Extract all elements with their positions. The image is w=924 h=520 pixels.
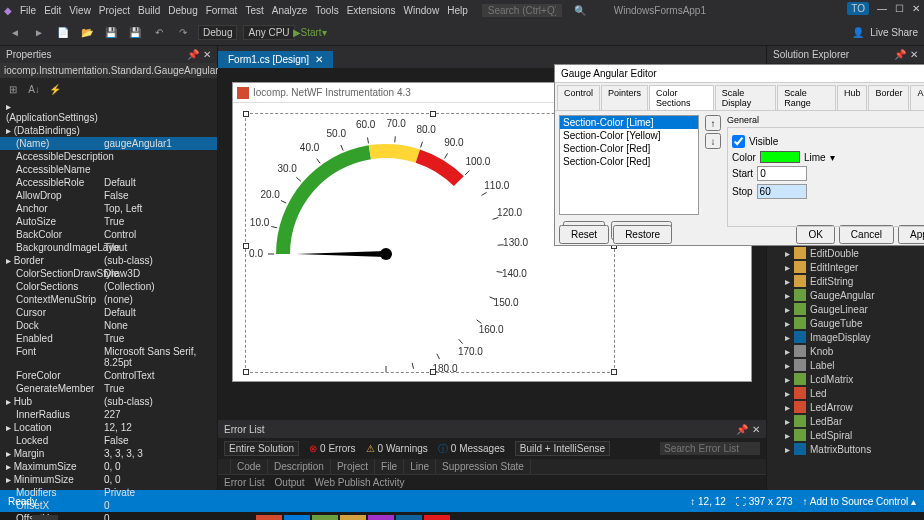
tree-item[interactable]: ▸ EditString: [769, 274, 922, 288]
menu-tools[interactable]: Tools: [315, 5, 338, 16]
events-icon[interactable]: ⚡: [46, 80, 64, 98]
menu-help[interactable]: Help: [447, 5, 468, 16]
menu-analyze[interactable]: Analyze: [272, 5, 308, 16]
property-row[interactable]: BackgroundImageLayoutTile: [0, 241, 217, 254]
tree-item[interactable]: ▸ LedArrow: [769, 400, 922, 414]
start-menu-icon[interactable]: ⊞: [4, 515, 30, 520]
tree-item[interactable]: ▸ EditInteger: [769, 260, 922, 274]
property-row[interactable]: ▸ (DataBindings): [0, 124, 217, 137]
list-item[interactable]: Section-Color [Lime]: [560, 116, 698, 129]
menu-project[interactable]: Project: [99, 5, 130, 16]
warnings-chip[interactable]: ⚠0 Warnings: [366, 443, 428, 454]
color-dropdown-icon[interactable]: ▾: [830, 152, 835, 163]
ok-button[interactable]: OK: [796, 225, 834, 244]
property-row[interactable]: ▸ MaximumSize0, 0: [0, 460, 217, 473]
alpha-icon[interactable]: A↓: [25, 80, 43, 98]
save-icon[interactable]: 💾: [102, 24, 120, 42]
property-row[interactable]: ▸ Hub(sub-class): [0, 395, 217, 408]
bottom-tab-output[interactable]: Output: [275, 477, 305, 488]
property-row[interactable]: CursorDefault: [0, 306, 217, 319]
property-row[interactable]: LockedFalse: [0, 434, 217, 447]
list-item[interactable]: Section-Color [Red]: [560, 155, 698, 168]
add-source-control-link[interactable]: ↑ Add to Source Control ▴: [803, 496, 916, 507]
tree-item[interactable]: ▸ Label: [769, 358, 922, 372]
property-row[interactable]: ▸ MinimumSize0, 0: [0, 473, 217, 486]
dialog-tab[interactable]: Control: [557, 85, 600, 110]
task-app6-icon[interactable]: [396, 515, 422, 520]
task-mail-icon[interactable]: ✉: [172, 515, 198, 520]
messages-chip[interactable]: ⓘ0 Messages: [438, 442, 505, 456]
task-explorer-icon[interactable]: 📁: [88, 515, 114, 520]
tree-item[interactable]: ▸ LedSpiral: [769, 428, 922, 442]
error-scope-dropdown[interactable]: Entire Solution: [224, 441, 299, 456]
errors-chip[interactable]: ⊗0 Errors: [309, 443, 356, 454]
start-input[interactable]: [757, 166, 807, 181]
property-row[interactable]: ▸ Margin3, 3, 3, 3: [0, 447, 217, 460]
undo-icon[interactable]: ↶: [150, 24, 168, 42]
task-app2-icon[interactable]: [284, 515, 310, 520]
menu-test[interactable]: Test: [245, 5, 263, 16]
maximize-icon[interactable]: ☐: [895, 3, 904, 14]
task-app4-icon[interactable]: [340, 515, 366, 520]
visible-checkbox[interactable]: [732, 135, 745, 148]
liveshare-label[interactable]: Live Share: [870, 27, 918, 38]
tree-item[interactable]: ▸ GaugeTube: [769, 316, 922, 330]
property-row[interactable]: ▸ Border(sub-class): [0, 254, 217, 267]
back-icon[interactable]: ◄: [6, 24, 24, 42]
close-icon[interactable]: ✕: [912, 3, 920, 14]
pin-icon[interactable]: 📌: [894, 49, 906, 60]
color-swatch[interactable]: [760, 151, 800, 163]
restore-button[interactable]: Restore: [613, 225, 672, 244]
forward-icon[interactable]: ►: [30, 24, 48, 42]
menu-view[interactable]: View: [69, 5, 91, 16]
panel-close-icon[interactable]: ✕: [752, 424, 760, 435]
start-button[interactable]: ▶ Start ▾: [301, 24, 319, 42]
menu-extensions[interactable]: Extensions: [347, 5, 396, 16]
property-row[interactable]: BackColorControl: [0, 228, 217, 241]
panel-close-icon[interactable]: ✕: [910, 49, 918, 60]
task-app3-icon[interactable]: [312, 515, 338, 520]
dialog-tab[interactable]: Pointers: [601, 85, 648, 110]
menu-format[interactable]: Format: [206, 5, 238, 16]
property-row[interactable]: (Name)gaugeAngular1: [0, 137, 217, 150]
dialog-tab[interactable]: Hub: [837, 85, 868, 110]
property-row[interactable]: AccessibleRoleDefault: [0, 176, 217, 189]
menu-build[interactable]: Build: [138, 5, 160, 16]
menu-edit[interactable]: Edit: [44, 5, 61, 16]
task-app5-icon[interactable]: [368, 515, 394, 520]
tree-item[interactable]: ▸ Knob: [769, 344, 922, 358]
tab-form1-design[interactable]: Form1.cs [Design]✕: [218, 51, 333, 68]
property-row[interactable]: AccessibleDescription: [0, 150, 217, 163]
property-row[interactable]: AutoSizeTrue: [0, 215, 217, 228]
task-store-icon[interactable]: 🛍: [200, 515, 226, 520]
menu-debug[interactable]: Debug: [168, 5, 197, 16]
liveshare-icon[interactable]: 👤: [852, 27, 864, 38]
task-app1-icon[interactable]: [256, 515, 282, 520]
bottom-tab-errorlist[interactable]: Error List: [224, 477, 265, 488]
dialog-tab[interactable]: About: [910, 85, 924, 110]
property-row[interactable]: ColorSections(Collection): [0, 280, 217, 293]
redo-icon[interactable]: ↷: [174, 24, 192, 42]
property-row[interactable]: AllowDropFalse: [0, 189, 217, 202]
move-up-button[interactable]: ↑: [705, 115, 721, 131]
stop-input[interactable]: [757, 184, 807, 199]
property-row[interactable]: ▸ (ApplicationSettings): [0, 100, 217, 124]
tree-item[interactable]: ▸ ImageDisplay: [769, 330, 922, 344]
properties-object-selector[interactable]: iocomp.Instrumentation.Standard.GaugeAng…: [0, 63, 217, 78]
property-row[interactable]: InnerRadius227: [0, 408, 217, 421]
tree-item[interactable]: ▸ LedBar: [769, 414, 922, 428]
menu-window[interactable]: Window: [404, 5, 440, 16]
apply-button[interactable]: Apply: [898, 225, 924, 244]
property-row[interactable]: AccessibleName: [0, 163, 217, 176]
property-row[interactable]: FontMicrosoft Sans Serif, 8.25pt: [0, 345, 217, 369]
tree-item[interactable]: ▸ LcdMatrix: [769, 372, 922, 386]
dialog-tab[interactable]: Scale Display: [715, 85, 776, 110]
saveall-icon[interactable]: 💾: [126, 24, 144, 42]
property-row[interactable]: ContextMenuStrip(none): [0, 293, 217, 306]
task-edge-icon[interactable]: e: [116, 515, 142, 520]
new-icon[interactable]: 📄: [54, 24, 72, 42]
dialog-tab[interactable]: Color Sections: [649, 85, 714, 110]
platform-dropdown[interactable]: Any CPU: [243, 25, 294, 40]
reset-button[interactable]: Reset: [559, 225, 609, 244]
cancel-button[interactable]: Cancel: [839, 225, 894, 244]
